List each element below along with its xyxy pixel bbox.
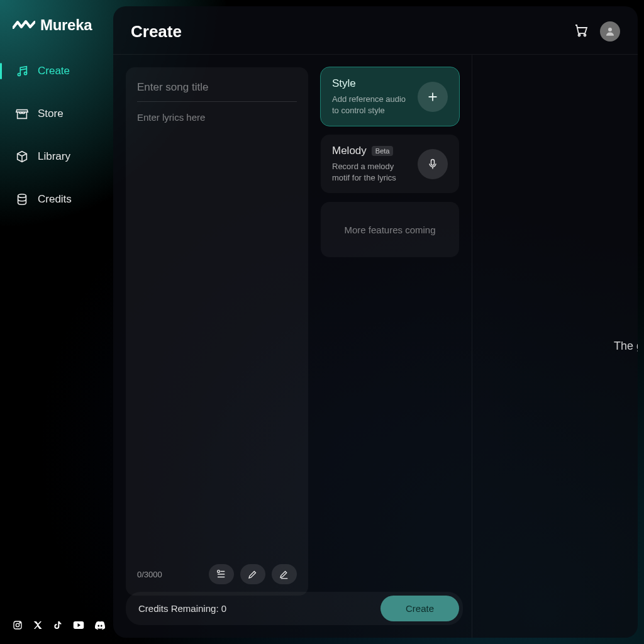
tool-rewrite-button[interactable]: [272, 564, 297, 584]
store-icon: [15, 107, 29, 121]
svg-point-0: [18, 73, 20, 75]
tiktok-icon[interactable]: [53, 619, 63, 631]
page-title: Create: [131, 22, 182, 42]
sidebar-item-library[interactable]: Library: [0, 145, 113, 169]
svg-point-1: [24, 72, 26, 75]
svg-point-7: [579, 35, 580, 36]
more-features-card: More features coming: [321, 202, 459, 257]
right-pane-text: The g: [614, 340, 638, 353]
svg-point-10: [218, 570, 220, 573]
svg-point-2: [18, 194, 26, 198]
box-icon: [15, 150, 29, 164]
tool-edit-button[interactable]: [240, 564, 265, 584]
sidebar: Mureka Create Store Library: [0, 0, 113, 644]
music-note-icon: [15, 64, 29, 78]
logo-mark-icon: [13, 19, 35, 31]
sidebar-item-create[interactable]: Create: [0, 59, 113, 83]
song-title-input[interactable]: [137, 79, 297, 102]
char-count: 0/3000: [137, 570, 162, 579]
melody-card-sub: Record a melody motif for the lyrics: [332, 161, 410, 183]
footer-bar: Credits Remaining: 0 Create: [126, 592, 463, 625]
credits-remaining-label: Credits Remaining: 0: [138, 603, 226, 614]
style-add-button[interactable]: [418, 82, 448, 112]
lyrics-input[interactable]: [137, 111, 297, 558]
melody-card[interactable]: Melody Beta Record a melody motif for th…: [321, 135, 459, 193]
logo[interactable]: Mureka: [0, 16, 113, 59]
svg-point-8: [584, 35, 586, 36]
style-card-title: Style: [332, 77, 356, 90]
logo-text: Mureka: [40, 16, 92, 34]
coins-icon: [15, 192, 29, 206]
more-features-text: More features coming: [344, 225, 435, 235]
main-header: Create: [113, 6, 638, 55]
social-links: [0, 619, 113, 631]
melody-record-button[interactable]: [418, 149, 448, 179]
svg-point-5: [19, 623, 20, 623]
nav: Create Store Library Credits: [0, 59, 113, 211]
lyrics-panel: 0/3000: [126, 67, 308, 596]
svg-point-4: [16, 623, 19, 626]
sidebar-item-credits[interactable]: Credits: [0, 187, 113, 211]
compose-area: 0/3000: [113, 55, 472, 638]
discord-icon[interactable]: [94, 619, 106, 631]
svg-rect-11: [431, 159, 435, 165]
cart-icon[interactable]: [574, 23, 589, 40]
svg-point-9: [608, 28, 612, 31]
melody-card-title: Melody: [332, 145, 367, 157]
style-card-sub: Add reference audio to control style: [332, 94, 410, 116]
sidebar-item-label: Store: [38, 108, 64, 120]
sidebar-item-store[interactable]: Store: [0, 102, 113, 126]
style-card[interactable]: Style Add reference audio to control sty…: [321, 67, 459, 126]
youtube-icon[interactable]: [73, 619, 84, 631]
right-pane: The g: [472, 55, 638, 638]
main-panel: Create 0/3000: [113, 6, 638, 638]
sidebar-item-label: Credits: [38, 193, 72, 206]
avatar[interactable]: [600, 21, 620, 42]
sidebar-item-label: Create: [38, 65, 70, 77]
sidebar-item-label: Library: [38, 150, 70, 163]
create-button[interactable]: Create: [380, 596, 459, 621]
tool-structure-button[interactable]: [209, 564, 234, 584]
x-twitter-icon[interactable]: [33, 619, 43, 631]
instagram-icon[interactable]: [13, 619, 23, 631]
beta-badge: Beta: [372, 146, 394, 156]
